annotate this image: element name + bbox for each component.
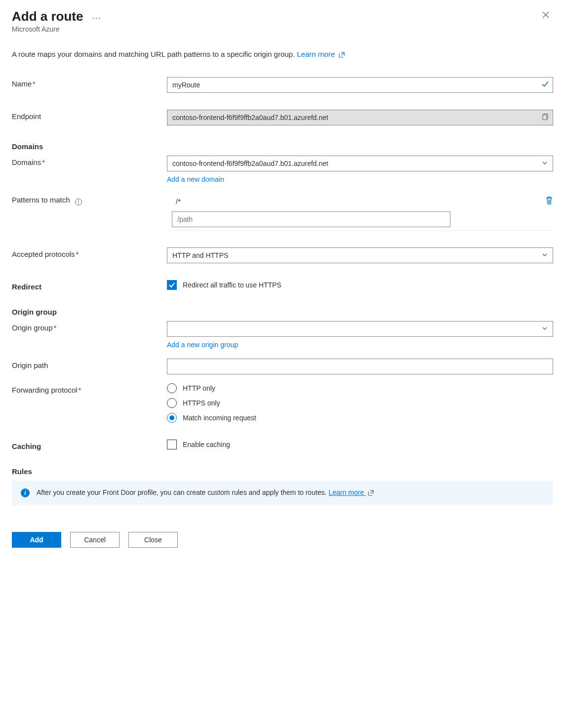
required-icon: * xyxy=(76,250,79,258)
radio-icon xyxy=(167,383,177,393)
fwd-radio-label: HTTP only xyxy=(183,384,215,392)
cancel-button[interactable]: Cancel xyxy=(70,532,120,548)
redirect-section-heading: Redirect xyxy=(12,283,41,291)
info-icon[interactable]: i xyxy=(75,199,82,205)
radio-icon xyxy=(167,413,177,423)
domains-section-heading: Domains xyxy=(12,142,553,151)
external-link-icon xyxy=(339,51,345,59)
fwd-radio-http[interactable]: HTTP only xyxy=(167,383,553,393)
required-icon: * xyxy=(79,386,81,394)
add-origin-group-link[interactable]: Add a new origin group xyxy=(167,341,238,349)
fwd-radio-https[interactable]: HTTPS only xyxy=(167,398,553,408)
redirect-checkbox[interactable] xyxy=(167,280,177,290)
chevron-down-icon xyxy=(542,251,548,259)
close-icon[interactable] xyxy=(538,9,553,22)
rules-info-text: After you create your Front Door profile… xyxy=(37,488,328,496)
intro-copy: A route maps your domains and matching U… xyxy=(12,50,297,58)
name-label: Name xyxy=(12,80,32,88)
domains-select[interactable]: contoso-frontend-f6f9f9ffb2a0aud7.b01.az… xyxy=(167,156,553,171)
pattern-input[interactable] xyxy=(172,211,450,227)
add-button[interactable]: Add xyxy=(12,532,61,548)
rules-section-heading: Rules xyxy=(12,467,553,476)
copy-icon[interactable] xyxy=(542,114,549,122)
pattern-row: /* xyxy=(167,193,553,211)
delete-icon[interactable] xyxy=(545,196,553,206)
more-icon[interactable]: ··· xyxy=(92,13,101,23)
endpoint-label: Endpoint xyxy=(12,112,41,121)
external-link-icon xyxy=(368,489,374,497)
chevron-down-icon xyxy=(542,160,548,167)
check-icon xyxy=(541,81,549,90)
page-subtitle: Microsoft Azure xyxy=(12,25,101,33)
protocols-label: Accepted protocols xyxy=(12,250,75,258)
add-domain-link[interactable]: Add a new domain xyxy=(167,175,224,183)
fwd-radio-match[interactable]: Match incoming request xyxy=(167,413,553,423)
origin-group-select[interactable] xyxy=(167,321,553,337)
rules-info-bar: i After you create your Front Door profi… xyxy=(12,481,553,505)
domains-label: Domains xyxy=(12,158,41,166)
origin-path-label: Origin path xyxy=(12,361,48,369)
required-icon: * xyxy=(33,80,36,88)
fwd-radio-label: HTTPS only xyxy=(183,399,220,407)
svg-rect-1 xyxy=(543,115,547,120)
caching-section-heading: Caching xyxy=(12,442,41,450)
caching-checkbox-label: Enable caching xyxy=(183,441,230,448)
protocols-select[interactable]: HTTP and HTTPS xyxy=(167,247,553,263)
pattern-value: /* xyxy=(172,197,540,205)
origin-section-heading: Origin group xyxy=(12,308,553,316)
chevron-down-icon xyxy=(542,325,548,333)
page-title: Add a route xyxy=(12,9,83,24)
caching-checkbox[interactable] xyxy=(167,440,177,449)
forwarding-label: Forwarding protocol xyxy=(12,386,78,394)
required-icon: * xyxy=(42,158,45,166)
endpoint-field xyxy=(167,110,553,125)
domains-selected-value: contoso-frontend-f6f9f9ffb2a0aud7.b01.az… xyxy=(172,160,328,167)
info-icon: i xyxy=(21,488,30,497)
learn-more-link[interactable]: Learn more xyxy=(297,50,345,58)
fwd-radio-label: Match incoming request xyxy=(183,414,256,422)
origin-group-label: Origin group xyxy=(12,324,53,332)
redirect-checkbox-label: Redirect all traffic to use HTTPS xyxy=(183,281,282,289)
required-icon: * xyxy=(54,324,57,332)
rules-learn-more-link[interactable]: Learn more xyxy=(328,488,373,496)
origin-path-input[interactable] xyxy=(167,359,553,374)
radio-icon xyxy=(167,398,177,408)
patterns-label: Patterns to match xyxy=(12,196,70,204)
protocols-value: HTTP and HTTPS xyxy=(172,251,228,259)
close-button[interactable]: Close xyxy=(128,532,178,548)
intro-text: A route maps your domains and matching U… xyxy=(12,50,553,59)
name-input[interactable] xyxy=(167,77,553,93)
